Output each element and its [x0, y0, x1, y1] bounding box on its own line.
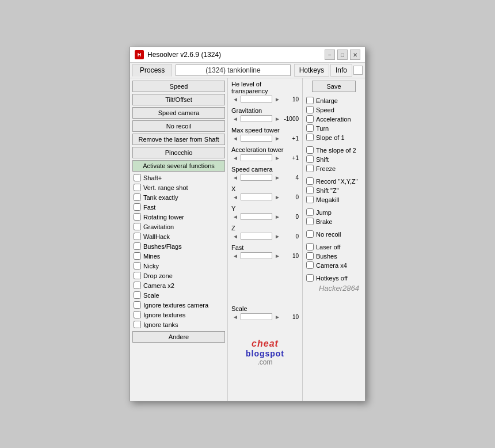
speed-button[interactable]: Speed [132, 81, 225, 92]
speed-camera-right-arrow[interactable]: ► [273, 174, 281, 181]
no-recoil-right-check[interactable] [306, 230, 314, 238]
andere-button[interactable]: Andere [132, 331, 225, 343]
ignore-textures-camera-check[interactable] [134, 301, 141, 309]
acceleration-tower-track[interactable] [241, 154, 272, 161]
tank-exactly-check[interactable] [134, 193, 141, 201]
acceleration-tower-slider-group: Acceleration tower ◄ ► +1 [231, 146, 299, 161]
tilt-offset-button[interactable]: Tilt/Offset [132, 94, 225, 105]
rotating-tower-check[interactable] [134, 213, 141, 221]
turn-label: Turn [316, 125, 329, 132]
y-left-arrow[interactable]: ◄ [231, 214, 239, 220]
acceleration-tower-right-arrow[interactable]: ► [273, 155, 281, 161]
checkbox-rotating-tower: Rotating tower [132, 212, 225, 221]
gravitation-left-arrow[interactable]: ◄ [231, 116, 239, 122]
record-xyz-check[interactable] [306, 177, 314, 185]
info-button[interactable]: Info [330, 64, 352, 77]
slope1-check[interactable] [306, 134, 314, 141]
camera-x4-check[interactable] [306, 261, 314, 269]
shaft-plus-label: Shaft+ [143, 174, 162, 181]
save-button[interactable]: Save [312, 81, 356, 92]
z-right-arrow[interactable]: ► [273, 233, 281, 240]
maximize-button[interactable]: □ [337, 50, 348, 60]
transparency-value: 10 [283, 96, 299, 102]
enlarge-check[interactable] [306, 97, 314, 104]
no-recoil-right-label: No recoil [316, 231, 341, 238]
x-left-arrow[interactable]: ◄ [231, 194, 239, 200]
menu-extra-checkbox[interactable] [353, 66, 363, 75]
bushes-flags-check[interactable] [134, 242, 141, 250]
y-right-arrow[interactable]: ► [273, 214, 281, 220]
turn-check[interactable] [306, 124, 314, 132]
scale-track[interactable] [241, 313, 272, 320]
cheat-logo-line3: .com [231, 358, 299, 366]
speed-camera-button[interactable]: Speed camera [132, 107, 225, 119]
scale-right-arrow[interactable]: ► [273, 314, 281, 320]
laser-off-check[interactable] [306, 243, 314, 250]
fast-slider-row: ◄ ► 10 [231, 252, 299, 259]
gravitation-check[interactable] [134, 223, 141, 230]
shift-z-check[interactable] [306, 187, 314, 194]
y-track[interactable] [241, 213, 272, 220]
hotkeys-off-check[interactable] [306, 274, 314, 282]
bushes-check[interactable] [306, 252, 314, 260]
laser-off-label: Laser off [316, 244, 341, 250]
megakill-check[interactable] [306, 196, 314, 203]
z-left-arrow[interactable]: ◄ [231, 233, 239, 240]
brake-check[interactable] [306, 218, 314, 225]
scale-check[interactable] [134, 291, 141, 299]
fast-left-arrow[interactable]: ◄ [231, 253, 239, 259]
wallhack-check[interactable] [134, 233, 141, 240]
transparency-track[interactable] [241, 96, 272, 102]
gravitation-right-arrow[interactable]: ► [273, 116, 281, 122]
scale-left-arrow[interactable]: ◄ [231, 314, 239, 320]
hotkeys-button[interactable]: Hotkeys [294, 64, 329, 77]
checkbox-camera-x2: Camera x2 [132, 281, 225, 290]
speed-camera-track[interactable] [241, 174, 272, 181]
acceleration-tower-left-arrow[interactable]: ◄ [231, 155, 239, 161]
max-speed-tower-track[interactable] [241, 135, 272, 142]
scale-slider-row: ◄ ► 10 [231, 313, 299, 320]
remove-laser-button[interactable]: Remove the laser from Shaft [132, 134, 225, 145]
checkbox-shaft-plus: Shaft+ [132, 173, 225, 182]
ignore-textures-check[interactable] [134, 311, 141, 318]
activate-functions-button[interactable]: Activate several functions [132, 160, 225, 172]
max-speed-tower-left-arrow[interactable]: ◄ [231, 135, 239, 142]
process-input[interactable] [176, 64, 290, 76]
camera-x2-check[interactable] [134, 282, 141, 289]
shaft-plus-check[interactable] [134, 174, 141, 181]
shift-label: Shift [316, 156, 329, 163]
fast-value: 10 [283, 253, 299, 259]
fast-right-arrow[interactable]: ► [273, 253, 281, 259]
fast-track[interactable] [241, 252, 272, 259]
megakill-item: Megakill [306, 196, 361, 203]
speed-camera-left-arrow[interactable]: ◄ [231, 174, 239, 181]
freeze-check[interactable] [306, 165, 314, 172]
transparency-right-arrow[interactable]: ► [273, 96, 281, 102]
acceleration-check[interactable] [306, 115, 314, 123]
checkbox-ignore-tanks: Ignore tanks [132, 320, 225, 329]
z-track[interactable] [241, 233, 272, 240]
x-right-arrow[interactable]: ► [273, 194, 281, 200]
jump-check[interactable] [306, 208, 314, 216]
process-tab[interactable]: Process [132, 64, 172, 77]
main-content: Speed Tilt/Offset Speed camera No recoil… [130, 78, 365, 401]
minimize-button[interactable]: − [325, 50, 335, 60]
pinocchio-button[interactable]: Pinocchio [132, 147, 225, 158]
slope2-check[interactable] [306, 146, 314, 154]
vert-range-check[interactable] [134, 184, 141, 191]
no-recoil-button[interactable]: No recoil [132, 120, 225, 132]
close-button[interactable]: ✕ [350, 50, 360, 60]
y-slider-group: Y ◄ ► 0 [231, 205, 299, 220]
nicky-check[interactable] [134, 262, 141, 269]
speed-right-check[interactable] [306, 106, 314, 113]
ignore-tanks-check[interactable] [134, 321, 141, 328]
drop-zone-check[interactable] [134, 272, 141, 279]
max-speed-tower-right-arrow[interactable]: ► [273, 135, 281, 142]
mines-check[interactable] [134, 252, 141, 260]
x-track[interactable] [241, 193, 272, 200]
transparency-left-arrow[interactable]: ◄ [231, 96, 239, 102]
z-label: Z [231, 225, 299, 231]
fast-check[interactable] [134, 203, 141, 211]
gravitation-track[interactable] [241, 115, 272, 122]
shift-check[interactable] [306, 155, 314, 163]
